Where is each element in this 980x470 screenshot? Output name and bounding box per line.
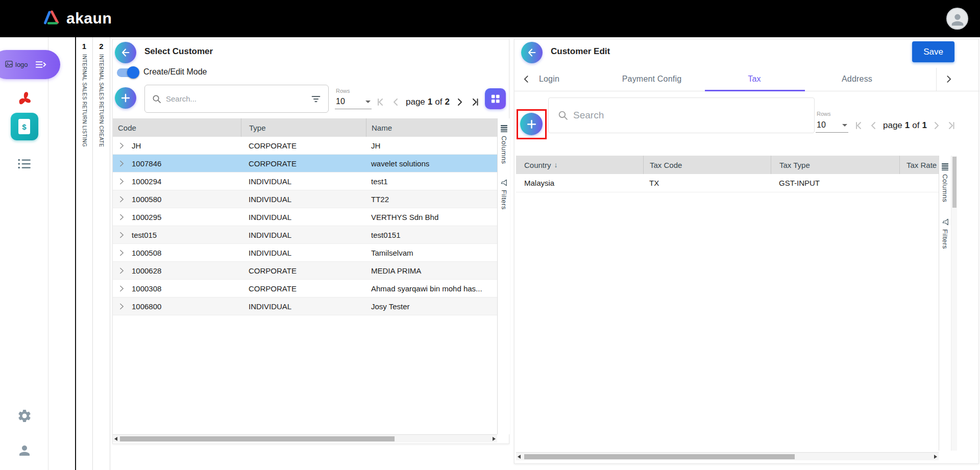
workspace-tab-number: 2 [99, 42, 103, 51]
table-row[interactable]: 1006800INDIVIDUALJosy Tester [113, 298, 497, 315]
scroll-left-arrow[interactable] [114, 437, 117, 441]
row-expand-icon[interactable] [119, 232, 124, 238]
table-cell: 1007846 [113, 159, 241, 168]
scrollbar-thumb[interactable] [524, 454, 795, 459]
scroll-left-arrow[interactable] [518, 455, 521, 459]
view-columns-icon [941, 163, 949, 170]
table-cell: TT22 [366, 195, 497, 204]
column-header-code[interactable]: Code [113, 118, 241, 137]
table-cell: MEDIA PRIMA [366, 266, 497, 275]
plus-icon [525, 118, 538, 131]
last-page-button[interactable] [470, 96, 481, 108]
table-row[interactable]: 1000308CORPORATEAhmad syarqawi bin mohd … [113, 280, 497, 298]
workspace-tab-1[interactable]: 1 INTERNAL SALES RETURN LISTING [76, 37, 93, 470]
row-expand-icon[interactable] [119, 285, 124, 292]
tab-login[interactable]: Login [539, 75, 559, 84]
row-expand-icon[interactable] [119, 142, 124, 149]
columns-tab-label: Columns [941, 174, 949, 202]
add-customer-button[interactable] [115, 87, 136, 109]
columns-tab-label: Columns [500, 136, 508, 164]
table-row[interactable]: JHCORPORATEJH [113, 137, 497, 155]
table-row[interactable]: 1007846CORPORATEwavelet solutions [113, 155, 497, 172]
columns-tab[interactable]: Columns [500, 125, 508, 164]
toggle-knob [127, 66, 139, 79]
scroll-right-arrow[interactable] [493, 437, 496, 441]
column-header-country[interactable]: Country ↓ [516, 156, 643, 174]
profile-person-icon[interactable] [0, 443, 48, 458]
table-row[interactable]: 1000508INDIVIDUALTamilselvam [113, 244, 497, 262]
customer-search-input[interactable] [166, 94, 306, 103]
scrollbar-thumb[interactable] [120, 436, 395, 441]
table-row[interactable]: 1000294INDIVIDUALtest1 [113, 172, 497, 190]
settings-gear-icon[interactable] [0, 408, 48, 424]
row-expand-icon[interactable] [119, 160, 124, 167]
cell-text: GST-INPUT [779, 179, 820, 187]
tab-address[interactable]: Address [842, 75, 872, 84]
cell-text: 1007846 [132, 159, 161, 168]
row-expand-icon[interactable] [119, 250, 124, 256]
finance-module-icon[interactable]: $ [0, 113, 48, 140]
rows-per-page-select[interactable]: 10 [335, 95, 372, 109]
grid-view-button[interactable] [485, 88, 506, 109]
back-button[interactable] [115, 42, 136, 63]
cell-text: TX [649, 179, 659, 187]
column-header-tax-rate[interactable]: Tax Rate [899, 156, 939, 174]
create-edit-mode-toggle[interactable] [117, 68, 137, 77]
listing-menu-icon[interactable] [0, 158, 48, 170]
save-button[interactable]: Save [912, 41, 954, 62]
row-expand-icon[interactable] [119, 303, 124, 310]
next-page-button[interactable] [454, 96, 465, 108]
vertical-scrollbar[interactable] [951, 156, 957, 451]
tab-payment-config[interactable]: Payment Config [622, 75, 682, 84]
back-button[interactable] [521, 42, 543, 63]
row-expand-icon[interactable] [119, 196, 124, 203]
table-row[interactable]: 1000580INDIVIDUALTT22 [113, 190, 497, 208]
table-row[interactable]: 1000628CORPORATEMEDIA PRIMA [113, 262, 497, 280]
rows-per-page-select[interactable]: 10 [816, 119, 848, 133]
scrollbar-thumb[interactable] [952, 157, 957, 208]
brand-logo[interactable]: akaun [43, 9, 112, 28]
table-row[interactable]: MalaysiaTXGST-INPUT [516, 174, 939, 192]
search-icon [558, 110, 568, 120]
cell-text: wavelet solutions [371, 159, 429, 168]
tab-tax[interactable]: Tax [748, 75, 761, 84]
previous-page-button[interactable] [390, 96, 401, 108]
row-expand-icon[interactable] [119, 267, 124, 274]
user-avatar[interactable] [946, 8, 968, 30]
sort-desc-icon[interactable]: ↓ [554, 161, 558, 169]
row-expand-icon[interactable] [119, 214, 124, 220]
scroll-right-arrow[interactable] [934, 455, 937, 459]
horizontal-scrollbar[interactable] [516, 452, 939, 460]
menu-open-icon[interactable] [35, 59, 46, 70]
workspace-tab-2[interactable]: 2 INTERNAL SALES RETURN CREATE [93, 37, 110, 470]
sidebar-logo-pill[interactable]: logo [0, 50, 60, 79]
table-row[interactable]: 1000295INDIVIDUALVERTHYS Sdn Bhd [113, 208, 497, 226]
page-indicator: page 1 of 2 [406, 97, 450, 107]
filters-tab[interactable]: Filters [941, 218, 949, 249]
tabs-scroll-left-icon[interactable] [522, 75, 531, 84]
table-row[interactable]: test015INDIVIDUALtest0151 [113, 226, 497, 244]
last-page-button[interactable] [946, 120, 958, 131]
first-page-button[interactable] [852, 120, 864, 131]
tax-search-input[interactable] [573, 110, 805, 121]
cell-text: INDIVIDUAL [249, 177, 291, 186]
column-header-tax-type[interactable]: Tax Type [771, 156, 899, 174]
previous-page-button[interactable] [868, 120, 879, 131]
table-cell: 1000508 [113, 249, 241, 257]
customer-table-body: JHCORPORATEJH1007846CORPORATEwavelet sol… [113, 137, 497, 315]
workspace-tab-label: INTERNAL SALES RETURN CREATE [99, 54, 104, 147]
column-header-tax-code[interactable]: Tax Code [643, 156, 771, 174]
add-tax-button[interactable] [520, 113, 543, 135]
first-page-button[interactable] [374, 96, 385, 108]
next-page-button[interactable] [931, 120, 942, 131]
pdf-module-icon[interactable] [0, 88, 48, 107]
filters-tab-label: Filters [500, 190, 508, 210]
tabs-scroll-right-icon[interactable] [944, 75, 953, 84]
horizontal-scrollbar[interactable] [113, 434, 497, 442]
column-header-type[interactable]: Type [241, 118, 366, 137]
filters-tab[interactable]: Filters [500, 179, 508, 210]
filter-list-icon[interactable] [311, 94, 321, 104]
row-expand-icon[interactable] [119, 178, 124, 185]
column-header-name[interactable]: Name [366, 118, 497, 137]
columns-tab[interactable]: Columns [941, 163, 949, 202]
